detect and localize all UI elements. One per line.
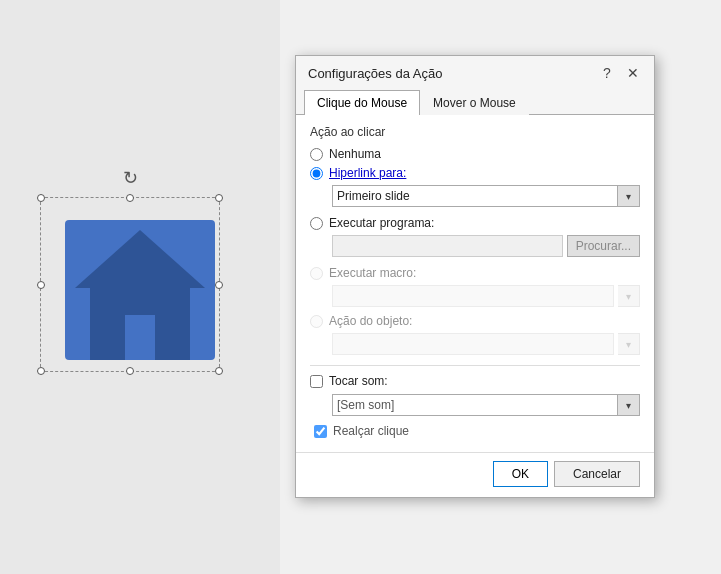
- cancel-button[interactable]: Cancelar: [554, 461, 640, 487]
- tab-mover-o-mouse[interactable]: Mover o Mouse: [420, 90, 529, 115]
- radio-object-label: Ação do objeto:: [329, 314, 412, 328]
- hyperlink-select-row: Primeiro slide ▾: [332, 185, 640, 207]
- dialog: Configurações da Ação ? ✕ Clique do Mous…: [295, 55, 655, 498]
- highlight-label[interactable]: Realçar clique: [333, 424, 409, 438]
- sound-select-row: [Sem som] ▾: [332, 394, 640, 416]
- object-dropdown-arrow: ▾: [618, 333, 640, 355]
- dialog-title: Configurações da Ação: [308, 66, 442, 81]
- divider: [310, 365, 640, 366]
- highlight-row: Realçar clique: [314, 424, 640, 438]
- dialog-close-button[interactable]: ✕: [624, 64, 642, 82]
- slide-area: ↻: [0, 0, 280, 574]
- handle-bottom-right[interactable]: [215, 367, 223, 375]
- radio-row-none: Nenhuma: [310, 147, 640, 161]
- highlight-checkbox[interactable]: [314, 425, 327, 438]
- program-input[interactable]: [332, 235, 563, 257]
- hyperlink-dropdown-arrow[interactable]: ▾: [618, 185, 640, 207]
- sound-label[interactable]: Tocar som:: [329, 374, 388, 388]
- rotate-icon: ↻: [123, 167, 138, 189]
- dialog-help-button[interactable]: ?: [598, 64, 616, 82]
- handle-bottom-center[interactable]: [126, 367, 134, 375]
- radio-hyperlink[interactable]: [310, 167, 323, 180]
- house-icon: [60, 210, 220, 365]
- radio-macro: [310, 267, 323, 280]
- program-row: Procurar...: [332, 235, 640, 257]
- section-label: Ação ao clicar: [310, 125, 640, 139]
- radio-row-hyperlink: Hiperlink para:: [310, 166, 640, 180]
- rotate-handle[interactable]: ↻: [122, 170, 138, 186]
- radio-row-program: Executar programa:: [310, 216, 640, 230]
- hyperlink-select-wrapper: Primeiro slide ▾: [332, 185, 640, 207]
- object-select-row: ▾: [332, 333, 640, 355]
- ok-button[interactable]: OK: [493, 461, 548, 487]
- handle-mid-left[interactable]: [37, 281, 45, 289]
- dialog-controls: ? ✕: [598, 64, 642, 82]
- macro-select-row: ▾: [332, 285, 640, 307]
- radio-program[interactable]: [310, 217, 323, 230]
- sound-row: Tocar som:: [310, 374, 640, 388]
- handle-top-right[interactable]: [215, 194, 223, 202]
- handle-top-left[interactable]: [37, 194, 45, 202]
- radio-row-object: Ação do objeto:: [310, 314, 640, 328]
- object-select: [332, 333, 614, 355]
- sound-select[interactable]: [Sem som]: [332, 394, 618, 416]
- radio-group: Nenhuma Hiperlink para: Primeiro slide ▾: [310, 147, 640, 357]
- handle-bottom-left[interactable]: [37, 367, 45, 375]
- radio-macro-label: Executar macro:: [329, 266, 416, 280]
- dialog-tabs: Clique do Mouse Mover o Mouse: [296, 90, 654, 115]
- macro-dropdown-arrow: ▾: [618, 285, 640, 307]
- dialog-footer: OK Cancelar: [296, 452, 654, 497]
- radio-object: [310, 315, 323, 328]
- slide-canvas: ↻: [30, 177, 250, 397]
- svg-rect-3: [125, 315, 155, 360]
- radio-program-label[interactable]: Executar programa:: [329, 216, 434, 230]
- radio-none-label[interactable]: Nenhuma: [329, 147, 381, 161]
- dialog-body: Ação ao clicar Nenhuma Hiperlink para: P…: [296, 115, 654, 452]
- handle-top-center[interactable]: [126, 194, 134, 202]
- sound-dropdown-arrow[interactable]: ▾: [618, 394, 640, 416]
- tab-clique-do-mouse[interactable]: Clique do Mouse: [304, 90, 420, 115]
- radio-none[interactable]: [310, 148, 323, 161]
- hyperlink-select[interactable]: Primeiro slide: [332, 185, 618, 207]
- dialog-titlebar: Configurações da Ação ? ✕: [296, 56, 654, 88]
- radio-row-macro: Executar macro:: [310, 266, 640, 280]
- radio-hyperlink-label[interactable]: Hiperlink para:: [329, 166, 406, 180]
- sound-checkbox[interactable]: [310, 375, 323, 388]
- macro-select: [332, 285, 614, 307]
- browse-button[interactable]: Procurar...: [567, 235, 640, 257]
